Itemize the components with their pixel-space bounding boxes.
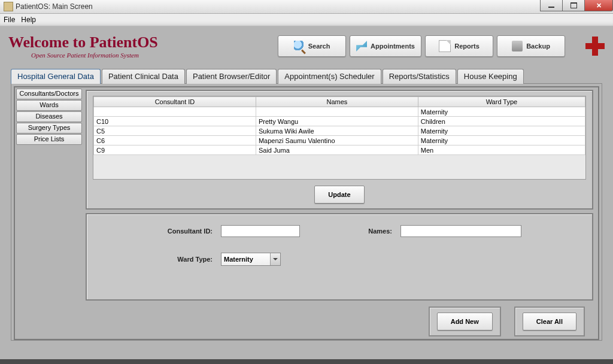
sidebar-item-surgery-types[interactable]: Surgery Types (16, 123, 82, 134)
sidebar-item-wards[interactable]: Wards (16, 100, 82, 111)
tab-patient-clinical-data[interactable]: Patient Clinical Data (102, 69, 185, 84)
table-cell: Mapenzi Saumu Valentino (256, 136, 418, 145)
sidebar-item-diseases[interactable]: Diseases (16, 111, 82, 122)
side-nav: Consultants/Doctors Wards Diseases Surge… (15, 87, 83, 339)
tab-panel: Consultants/Doctors Wards Diseases Surge… (11, 83, 602, 341)
table-cell: Maternity (418, 126, 585, 136)
table-cell: Children (418, 117, 585, 126)
search-button[interactable]: Search (278, 35, 346, 57)
backup-icon (512, 41, 523, 51)
window-titlebar: PatientOS: Main Screen (0, 0, 613, 14)
table-cell: Maternity (418, 136, 585, 145)
col-ward-type[interactable]: Ward Type (418, 97, 585, 107)
consultant-list-panel: Consultant ID Names Ward Type MaternityC… (86, 90, 593, 210)
app-icon (4, 2, 13, 11)
search-button-label: Search (308, 43, 330, 50)
tab-house-keeping[interactable]: House Keeping (457, 69, 524, 84)
table-cell: Men (418, 145, 585, 155)
table-row[interactable]: C6Mapenzi Saumu ValentinoMaternity (94, 136, 585, 145)
sidebar-item-consultants[interactable]: Consultants/Doctors (16, 89, 82, 99)
red-cross-icon (585, 37, 605, 56)
table-cell: C10 (94, 117, 256, 126)
update-button[interactable]: Update (314, 186, 364, 204)
ward-type-select[interactable]: Maternity (221, 253, 281, 266)
table-row[interactable]: C5Sukuma Wiki AwileMaternity (94, 126, 585, 136)
appointments-icon (356, 41, 367, 51)
consultant-id-label: Consultant ID: (159, 228, 213, 235)
tab-appointments-scheduler[interactable]: Appointment(s) Scheduler (278, 69, 381, 84)
tab-patient-browser-editor[interactable]: Patient Browser/Editor (186, 69, 277, 84)
table-row[interactable]: C10Pretty WanguChildren (94, 117, 585, 126)
search-icon (294, 41, 305, 51)
consultants-table[interactable]: Consultant ID Names Ward Type MaternityC… (93, 96, 585, 155)
names-input[interactable] (400, 225, 521, 237)
table-cell: C5 (94, 126, 256, 136)
menu-file[interactable]: File (4, 16, 15, 24)
backup-button[interactable]: Backup (497, 35, 565, 57)
menu-bar: File Help (0, 14, 613, 26)
table-cell: Said Juma (256, 145, 418, 155)
sidebar-item-price-lists[interactable]: Price Lists (16, 134, 82, 145)
close-button[interactable] (584, 0, 613, 11)
tab-bar: Hospital General Data Patient Clinical D… (11, 68, 605, 83)
reports-button[interactable]: Reports (425, 35, 493, 57)
consultant-id-input[interactable] (221, 225, 300, 237)
maximize-button[interactable] (562, 0, 585, 11)
tab-hospital-general-data[interactable]: Hospital General Data (11, 69, 101, 84)
tab-reports-statistics[interactable]: Reports/Statistics (383, 69, 456, 84)
table-cell: C9 (94, 145, 256, 155)
add-new-button[interactable]: Add New (437, 313, 493, 330)
table-cell: Pretty Wangu (256, 117, 418, 126)
menu-help[interactable]: Help (21, 16, 36, 24)
reports-button-label: Reports (454, 43, 480, 50)
col-consultant-id[interactable]: Consultant ID (94, 97, 256, 107)
appointments-button-label: Appointments (371, 43, 415, 50)
page-subtitle: Open Source Patient Information System (31, 51, 158, 59)
minimize-button[interactable] (540, 0, 563, 11)
ward-type-value: Maternity (224, 256, 253, 263)
ward-type-label: Ward Type: (159, 256, 213, 263)
table-cell (256, 107, 418, 117)
names-label: Names: (308, 228, 392, 235)
table-cell: Maternity (418, 107, 585, 117)
appointments-button[interactable]: Appointments (350, 35, 421, 57)
table-row[interactable]: Maternity (94, 107, 585, 117)
clear-all-button[interactable]: Clear All (523, 313, 576, 330)
chevron-down-icon (270, 253, 280, 265)
backup-button-label: Backup (526, 43, 550, 50)
consultant-form-panel: Consultant ID: Names: Ward Type: Materni… (86, 213, 593, 301)
table-row[interactable]: C9Said JumaMen (94, 145, 585, 155)
table-cell (94, 107, 256, 117)
col-names[interactable]: Names (256, 97, 418, 107)
reports-icon (439, 40, 451, 52)
table-cell: Sukuma Wiki Awile (256, 126, 418, 136)
table-cell: C6 (94, 136, 256, 145)
page-title: Welcome to PatientOS (8, 34, 158, 51)
window-title: PatientOS: Main Screen (16, 2, 93, 11)
